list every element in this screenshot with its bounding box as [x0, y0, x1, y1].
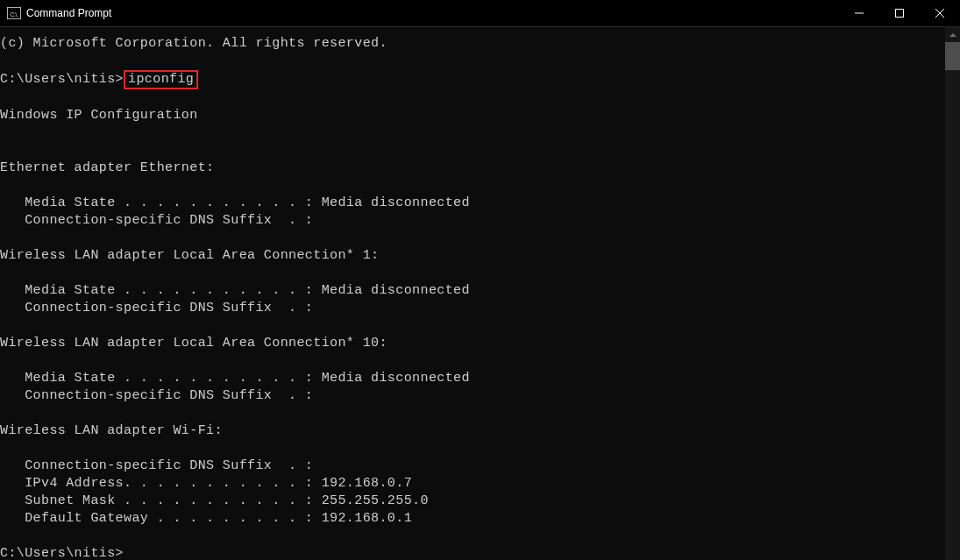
adapter-line: IPv4 Address. . . . . . . . . . . : 192.… [0, 475, 945, 493]
copyright-line: (c) Microsoft Corporation. All rights re… [0, 35, 945, 53]
window-title: Command Prompt [26, 4, 111, 22]
adapter-line: Media State . . . . . . . . . . . : Medi… [0, 195, 945, 212]
vertical-scrollbar[interactable] [945, 27, 960, 560]
adapter-line: Media State . . . . . . . . . . . : Medi… [0, 370, 945, 387]
adapter-line: Connection-specific DNS Suffix . : [0, 457, 945, 475]
ipconfig-command: ipconfig [128, 72, 194, 87]
adapter-title: Ethernet adapter Ethernet: [0, 159, 945, 177]
adapter-line: Subnet Mask . . . . . . . . . . . : 255.… [0, 493, 945, 510]
minimize-button[interactable] [839, 0, 879, 26]
adapter-line: Connection-specific DNS Suffix . : [0, 387, 945, 405]
cmd-icon: C:\. [7, 7, 21, 19]
scroll-up-icon[interactable] [945, 27, 960, 42]
adapter-title: Wireless LAN adapter Local Area Connecti… [0, 247, 945, 265]
adapter-line: Media State . . . . . . . . . . . : Medi… [0, 282, 945, 300]
adapter-title: Wireless LAN adapter Local Area Connecti… [0, 335, 945, 352]
console-output[interactable]: (c) Microsoft Corporation. All rights re… [0, 27, 945, 560]
prompt-path: C:\Users\nitis> [0, 72, 124, 87]
svg-rect-0 [896, 10, 904, 18]
close-button[interactable] [920, 0, 960, 26]
scroll-thumb[interactable] [945, 42, 960, 70]
adapter-line: Default Gateway . . . . . . . . . : 192.… [0, 510, 945, 528]
ipconfig-header: Windows IP Configuration [0, 107, 945, 124]
adapter-line: Connection-specific DNS Suffix . : [0, 212, 945, 230]
prompt-line: C:\Users\nitis> [0, 545, 945, 560]
window-controls [839, 0, 960, 26]
adapter-line: Connection-specific DNS Suffix . : [0, 300, 945, 317]
client-area: (c) Microsoft Corporation. All rights re… [0, 27, 960, 560]
title-bar: C:\. Command Prompt [0, 0, 960, 27]
maximize-button[interactable] [879, 0, 920, 26]
adapter-title: Wireless LAN adapter Wi-Fi: [0, 422, 945, 440]
title-bar-left: C:\. Command Prompt [7, 4, 111, 22]
ipconfig-highlight: ipconfig [124, 70, 198, 89]
